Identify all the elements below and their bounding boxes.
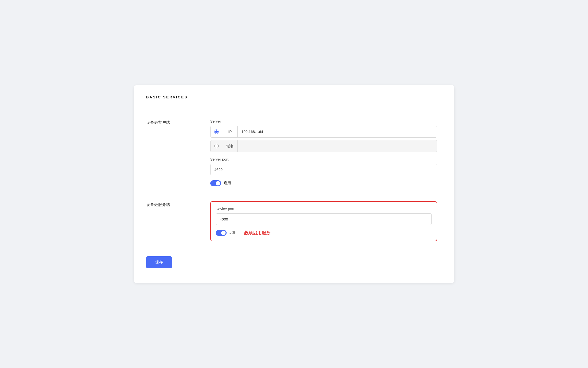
client-section-content: Server IP 192.168.1.64 域名 [210,119,437,186]
device-port-input[interactable] [216,213,432,225]
save-section: 保存 [146,249,442,268]
device-port-label: Device port [216,207,432,211]
ip-radio-input[interactable] [214,129,219,134]
server-field-label: Server [210,119,437,123]
server-enable-label: 启用 [229,230,236,235]
server-port-label: Server port [210,157,437,161]
domain-radio-row: 域名 [210,140,437,152]
client-section-label: 设备做客户端 [146,119,210,186]
save-button[interactable]: 保存 [146,256,172,268]
client-enable-toggle[interactable] [210,180,221,186]
server-section-label: 设备做服务端 [146,201,210,241]
server-section-bordered: Device port 启用 必须启用服务 [210,201,437,241]
main-card: BASIC SERVICES 设备做客户端 Server IP 192.168.… [134,85,454,283]
client-section: 设备做客户端 Server IP 192.168.1.64 域名 [146,112,442,194]
domain-type-label: 域名 [223,140,238,152]
domain-radio-cell[interactable] [211,140,223,152]
server-error-message: 必须启用服务 [244,230,270,236]
ip-value: 192.168.1.64 [238,126,437,137]
ip-radio-cell[interactable] [211,126,223,137]
domain-radio-input[interactable] [214,144,219,148]
server-port-input[interactable] [210,164,437,175]
server-enable-toggle[interactable] [216,230,227,236]
card-title: BASIC SERVICES [146,95,442,104]
client-toggle-slider [210,180,221,186]
client-enable-label: 启用 [224,181,231,185]
domain-value [238,143,437,149]
ip-radio-row: IP 192.168.1.64 [210,126,437,138]
server-section-wrapper: 设备做服务端 Device port 启用 必须启用服务 [146,194,442,249]
server-radio-group: IP 192.168.1.64 域名 [210,126,437,152]
server-toggle-slider [216,230,227,236]
server-toggle-row: 启用 必须启用服务 [216,230,432,236]
ip-type-label: IP [223,126,238,137]
client-toggle-row: 启用 [210,180,437,186]
